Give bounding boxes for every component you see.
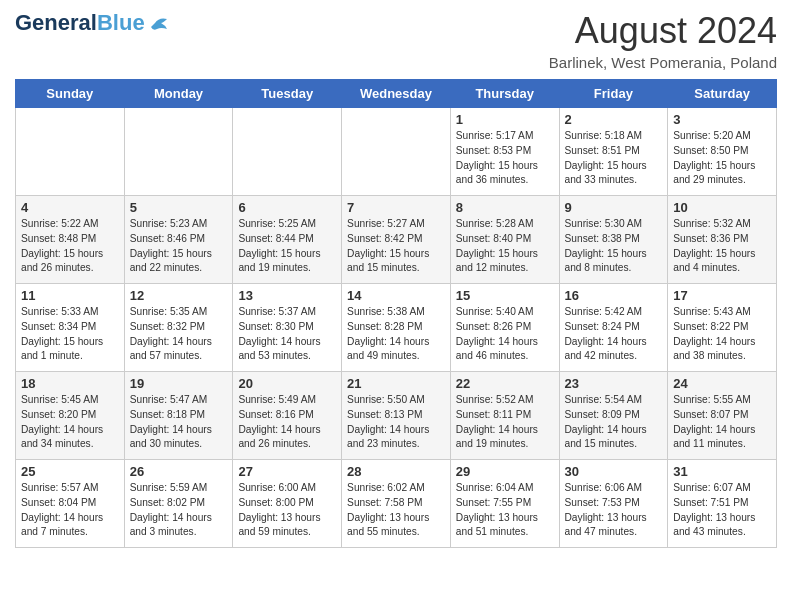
calendar-cell (342, 108, 451, 196)
day-number: 30 (565, 464, 663, 479)
day-number: 24 (673, 376, 771, 391)
calendar-cell: 17Sunrise: 5:43 AM Sunset: 8:22 PM Dayli… (668, 284, 777, 372)
day-info: Sunrise: 5:52 AM Sunset: 8:11 PM Dayligh… (456, 393, 554, 452)
col-saturday: Saturday (668, 80, 777, 108)
page-header: GeneralBlue August 2024 Barlinek, West P… (15, 10, 777, 71)
day-info: Sunrise: 5:47 AM Sunset: 8:18 PM Dayligh… (130, 393, 228, 452)
day-number: 10 (673, 200, 771, 215)
logo-text: GeneralBlue (15, 10, 145, 36)
calendar-cell: 13Sunrise: 5:37 AM Sunset: 8:30 PM Dayli… (233, 284, 342, 372)
day-number: 17 (673, 288, 771, 303)
col-wednesday: Wednesday (342, 80, 451, 108)
location: Barlinek, West Pomerania, Poland (549, 54, 777, 71)
day-number: 25 (21, 464, 119, 479)
calendar-cell: 30Sunrise: 6:06 AM Sunset: 7:53 PM Dayli… (559, 460, 668, 548)
calendar-week-row: 18Sunrise: 5:45 AM Sunset: 8:20 PM Dayli… (16, 372, 777, 460)
day-info: Sunrise: 5:30 AM Sunset: 8:38 PM Dayligh… (565, 217, 663, 276)
day-info: Sunrise: 6:00 AM Sunset: 8:00 PM Dayligh… (238, 481, 336, 540)
col-friday: Friday (559, 80, 668, 108)
day-number: 26 (130, 464, 228, 479)
calendar-week-row: 1Sunrise: 5:17 AM Sunset: 8:53 PM Daylig… (16, 108, 777, 196)
calendar-table: Sunday Monday Tuesday Wednesday Thursday… (15, 79, 777, 548)
day-info: Sunrise: 5:23 AM Sunset: 8:46 PM Dayligh… (130, 217, 228, 276)
calendar-cell: 29Sunrise: 6:04 AM Sunset: 7:55 PM Dayli… (450, 460, 559, 548)
day-number: 1 (456, 112, 554, 127)
day-info: Sunrise: 5:37 AM Sunset: 8:30 PM Dayligh… (238, 305, 336, 364)
day-number: 12 (130, 288, 228, 303)
calendar-cell: 18Sunrise: 5:45 AM Sunset: 8:20 PM Dayli… (16, 372, 125, 460)
day-info: Sunrise: 5:22 AM Sunset: 8:48 PM Dayligh… (21, 217, 119, 276)
day-number: 13 (238, 288, 336, 303)
day-info: Sunrise: 5:57 AM Sunset: 8:04 PM Dayligh… (21, 481, 119, 540)
calendar-cell: 15Sunrise: 5:40 AM Sunset: 8:26 PM Dayli… (450, 284, 559, 372)
day-number: 7 (347, 200, 445, 215)
day-info: Sunrise: 5:50 AM Sunset: 8:13 PM Dayligh… (347, 393, 445, 452)
calendar-cell: 24Sunrise: 5:55 AM Sunset: 8:07 PM Dayli… (668, 372, 777, 460)
day-number: 4 (21, 200, 119, 215)
day-number: 27 (238, 464, 336, 479)
calendar-cell: 1Sunrise: 5:17 AM Sunset: 8:53 PM Daylig… (450, 108, 559, 196)
calendar-cell: 5Sunrise: 5:23 AM Sunset: 8:46 PM Daylig… (124, 196, 233, 284)
calendar-week-row: 4Sunrise: 5:22 AM Sunset: 8:48 PM Daylig… (16, 196, 777, 284)
day-number: 18 (21, 376, 119, 391)
col-tuesday: Tuesday (233, 80, 342, 108)
day-info: Sunrise: 5:42 AM Sunset: 8:24 PM Dayligh… (565, 305, 663, 364)
day-info: Sunrise: 6:07 AM Sunset: 7:51 PM Dayligh… (673, 481, 771, 540)
calendar-cell: 28Sunrise: 6:02 AM Sunset: 7:58 PM Dayli… (342, 460, 451, 548)
day-info: Sunrise: 5:25 AM Sunset: 8:44 PM Dayligh… (238, 217, 336, 276)
day-number: 15 (456, 288, 554, 303)
day-number: 11 (21, 288, 119, 303)
day-number: 5 (130, 200, 228, 215)
day-info: Sunrise: 5:38 AM Sunset: 8:28 PM Dayligh… (347, 305, 445, 364)
calendar-cell: 8Sunrise: 5:28 AM Sunset: 8:40 PM Daylig… (450, 196, 559, 284)
day-number: 20 (238, 376, 336, 391)
day-number: 3 (673, 112, 771, 127)
logo-bird-icon (147, 15, 169, 31)
day-number: 28 (347, 464, 445, 479)
calendar-cell: 21Sunrise: 5:50 AM Sunset: 8:13 PM Dayli… (342, 372, 451, 460)
day-number: 21 (347, 376, 445, 391)
day-info: Sunrise: 6:04 AM Sunset: 7:55 PM Dayligh… (456, 481, 554, 540)
day-number: 14 (347, 288, 445, 303)
calendar-cell: 20Sunrise: 5:49 AM Sunset: 8:16 PM Dayli… (233, 372, 342, 460)
day-number: 2 (565, 112, 663, 127)
calendar-cell (124, 108, 233, 196)
calendar-cell: 10Sunrise: 5:32 AM Sunset: 8:36 PM Dayli… (668, 196, 777, 284)
day-number: 29 (456, 464, 554, 479)
day-number: 23 (565, 376, 663, 391)
day-info: Sunrise: 5:59 AM Sunset: 8:02 PM Dayligh… (130, 481, 228, 540)
calendar-cell: 26Sunrise: 5:59 AM Sunset: 8:02 PM Dayli… (124, 460, 233, 548)
calendar-cell: 16Sunrise: 5:42 AM Sunset: 8:24 PM Dayli… (559, 284, 668, 372)
calendar-cell: 23Sunrise: 5:54 AM Sunset: 8:09 PM Dayli… (559, 372, 668, 460)
day-number: 22 (456, 376, 554, 391)
calendar-week-row: 11Sunrise: 5:33 AM Sunset: 8:34 PM Dayli… (16, 284, 777, 372)
day-info: Sunrise: 5:18 AM Sunset: 8:51 PM Dayligh… (565, 129, 663, 188)
day-info: Sunrise: 5:17 AM Sunset: 8:53 PM Dayligh… (456, 129, 554, 188)
calendar-cell: 9Sunrise: 5:30 AM Sunset: 8:38 PM Daylig… (559, 196, 668, 284)
calendar-cell (16, 108, 125, 196)
col-thursday: Thursday (450, 80, 559, 108)
day-info: Sunrise: 5:43 AM Sunset: 8:22 PM Dayligh… (673, 305, 771, 364)
title-section: August 2024 Barlinek, West Pomerania, Po… (549, 10, 777, 71)
calendar-cell: 22Sunrise: 5:52 AM Sunset: 8:11 PM Dayli… (450, 372, 559, 460)
calendar-cell: 27Sunrise: 6:00 AM Sunset: 8:00 PM Dayli… (233, 460, 342, 548)
day-info: Sunrise: 5:54 AM Sunset: 8:09 PM Dayligh… (565, 393, 663, 452)
day-number: 8 (456, 200, 554, 215)
col-sunday: Sunday (16, 80, 125, 108)
calendar-cell: 6Sunrise: 5:25 AM Sunset: 8:44 PM Daylig… (233, 196, 342, 284)
day-number: 9 (565, 200, 663, 215)
col-monday: Monday (124, 80, 233, 108)
day-info: Sunrise: 5:45 AM Sunset: 8:20 PM Dayligh… (21, 393, 119, 452)
day-number: 16 (565, 288, 663, 303)
day-info: Sunrise: 5:32 AM Sunset: 8:36 PM Dayligh… (673, 217, 771, 276)
calendar-cell: 31Sunrise: 6:07 AM Sunset: 7:51 PM Dayli… (668, 460, 777, 548)
calendar-cell: 4Sunrise: 5:22 AM Sunset: 8:48 PM Daylig… (16, 196, 125, 284)
day-info: Sunrise: 5:35 AM Sunset: 8:32 PM Dayligh… (130, 305, 228, 364)
calendar-cell: 3Sunrise: 5:20 AM Sunset: 8:50 PM Daylig… (668, 108, 777, 196)
day-number: 6 (238, 200, 336, 215)
day-info: Sunrise: 5:33 AM Sunset: 8:34 PM Dayligh… (21, 305, 119, 364)
day-number: 31 (673, 464, 771, 479)
month-title: August 2024 (549, 10, 777, 52)
day-info: Sunrise: 6:06 AM Sunset: 7:53 PM Dayligh… (565, 481, 663, 540)
page-container: GeneralBlue August 2024 Barlinek, West P… (0, 0, 792, 558)
